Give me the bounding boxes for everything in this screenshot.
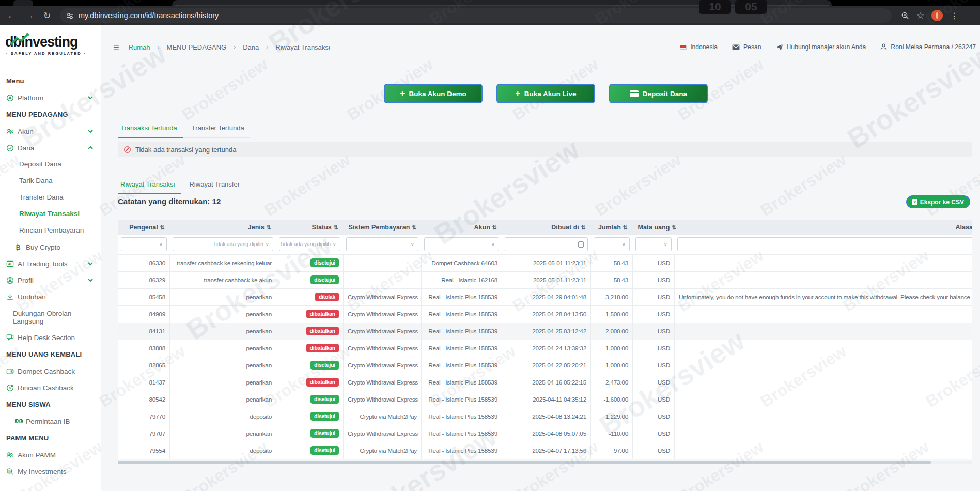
filter-input-dibuat-di[interactable] <box>505 237 588 251</box>
cell-id: 86329 <box>118 271 170 288</box>
messages-link[interactable]: Pesan <box>732 43 761 51</box>
flip-clock-hours: 10 <box>699 0 731 14</box>
bookmark-icon[interactable]: ☆ <box>916 10 924 21</box>
breadcrumb-item[interactable]: MENU PEDAGANG <box>167 43 227 51</box>
sidebar-subitem-riwayat-transaksi[interactable]: Riwayat Transaksi <box>0 206 101 222</box>
profile-avatar[interactable] <box>931 10 943 21</box>
cell-id: 83888 <box>118 340 170 357</box>
cell-id: 79554 <box>118 442 170 459</box>
sidebar-subitem-transfer-dana[interactable]: Transfer Dana <box>0 189 101 206</box>
svg-text:$: $ <box>9 386 11 390</box>
column-header-jumlah[interactable]: Jumlah ⇅ <box>591 220 633 235</box>
status-badge: dibatalkan <box>306 327 339 336</box>
open-live-account-button[interactable]: +Buka Akun Live <box>496 84 595 103</box>
cell-akun: Real - Islamic Plus 158539 <box>422 442 502 459</box>
contact-manager-link[interactable]: Hubungi manajer akun Anda <box>776 43 866 51</box>
zoom-icon[interactable] <box>901 11 909 20</box>
filter-input-akun[interactable]: ∨ <box>424 237 499 251</box>
hamburger-icon[interactable]: ≡ <box>113 41 119 53</box>
sidebar-item-ai-trading-tools[interactable]: AIAI Trading Tools <box>0 255 101 272</box>
sidebar-item-permintaan-ib[interactable]: Permintaan IB <box>0 413 101 429</box>
cell-sistem: Crypto Withdrawal Express <box>344 391 422 408</box>
sidebar-item-label: Help Desk Section <box>18 334 75 342</box>
filter-input-alasan[interactable] <box>677 237 973 251</box>
open-demo-account-button[interactable]: +Buka Akun Demo <box>384 84 483 103</box>
sidebar-item-label: Permintaan IB <box>26 418 70 425</box>
column-header-dibuat-di[interactable]: Dibuat di ⇅ <box>502 220 591 235</box>
sidebar-subitem-tarik-dana[interactable]: Tarik Dana <box>0 173 101 189</box>
cell-jenis: transfer cashback ke akun <box>170 271 276 288</box>
cell-jumlah: -3,218.00 <box>591 288 633 305</box>
flip-clock-overlay: 10 05 <box>699 0 767 14</box>
tab-pending-transactions[interactable]: Transaksi Tertunda <box>118 119 183 138</box>
tab-transfer-history[interactable]: Riwayat Transfer <box>181 176 245 194</box>
envelope-icon <box>732 44 740 50</box>
tab-pending-transfers[interactable]: Transfer Tertunda <box>183 119 250 137</box>
sidebar-item-label: Akun PAMM <box>18 451 56 459</box>
export-csv-button[interactable]: xEkspor ke CSV <box>906 195 970 208</box>
filter-input-pengenal[interactable]: ∨ <box>121 237 167 251</box>
filter-input-mata-uang[interactable]: ∨ <box>635 237 672 251</box>
column-header-status[interactable]: Status ⇅ <box>276 220 344 235</box>
sidebar-item-dana[interactable]: Dana <box>0 140 101 156</box>
reload-icon[interactable]: ↻ <box>38 10 56 21</box>
sidebar-item-dukungan-obrolan-langsung[interactable]: Dukungan Obrolan Langsung <box>0 305 101 329</box>
column-header-mata-uang[interactable]: Mata uang ⇅ <box>633 220 675 235</box>
filter-input-sistem-pembayaran[interactable]: ∨ <box>346 237 418 251</box>
column-header-pengenal[interactable]: Pengenal ⇅ <box>118 220 170 235</box>
filter-input-jumlah[interactable]: ∨ <box>594 237 630 251</box>
language-selector[interactable]: Indonesia <box>680 43 718 51</box>
cell-akun: Real - Islamic Plus 158539 <box>422 425 502 442</box>
sidebar-item-platform[interactable]: Platform <box>0 89 101 106</box>
sidebar-item-akun-pamm[interactable]: Akun PAMM <box>0 447 101 463</box>
sidebar-item-unduhan[interactable]: Unduhan <box>0 288 101 305</box>
chevron-up-icon <box>87 144 94 151</box>
cell-akun: Real - Islamic Plus 158539 <box>422 323 502 340</box>
site-settings-icon[interactable] <box>66 12 74 20</box>
chevron-down-icon <box>87 94 94 101</box>
sidebar-item-rincian-cashback[interactable]: $Rincian Cashback <box>0 379 101 396</box>
logo[interactable]: dbinvesting · SAFELY AND REGULATED · <box>0 25 101 59</box>
cell-mata-uang: USD <box>633 391 675 408</box>
user-menu[interactable]: Roni Meisa Permana / 263247 <box>880 43 976 51</box>
column-header-akun[interactable]: Akun ⇅ <box>422 220 502 235</box>
horizontal-scrollbar[interactable] <box>118 461 972 464</box>
cell-alasan <box>675 357 973 374</box>
cell-sistem: Crypto Withdrawal Express <box>344 425 422 442</box>
sidebar-item-help-desk-section[interactable]: Help Desk Section <box>0 329 101 346</box>
back-icon[interactable]: ← <box>3 10 21 21</box>
tab-transaction-history[interactable]: Riwayat Transaksi <box>118 176 181 194</box>
breadcrumb-item[interactable]: Riwayat Transaksi <box>275 43 330 51</box>
sort-icon: ⇅ <box>672 224 676 231</box>
cell-alasan <box>675 271 973 288</box>
chevron-down-icon <box>87 260 94 267</box>
cell-id: 82865 <box>118 357 170 374</box>
sidebar-item-my-investments[interactable]: $My Investments <box>0 463 101 480</box>
sidebar-subitem-rincian-pembayaran[interactable]: Rincian Pembayaran <box>0 222 101 239</box>
table-row: 86330transfer cashback ke rekening kelua… <box>118 254 973 271</box>
breadcrumb-home[interactable]: Rumah <box>129 43 150 51</box>
deposit-funds-button[interactable]: Deposit Dana <box>609 84 708 103</box>
cell-dibuat: 2025-04-24 13:39:32 <box>502 340 591 357</box>
sidebar-item-buy-crypto[interactable]: BBuy Crypto <box>0 239 101 255</box>
table-row: 79554depositodisetujuiCrypto via Match2P… <box>118 442 973 459</box>
browser-chrome: 10 05 ← → ↻ my.dbinvesting.com/id/transa… <box>0 0 980 25</box>
cell-sistem: Crypto Withdrawal Express <box>344 305 422 323</box>
sidebar-subitem-deposit-dana[interactable]: Deposit Dana <box>0 156 101 173</box>
forward-icon[interactable]: → <box>21 10 38 21</box>
cell-status: disetujui <box>276 425 344 442</box>
column-header-jenis[interactable]: Jenis ⇅ <box>170 220 276 235</box>
scrollbar-thumb[interactable] <box>118 461 931 464</box>
filter-input-jenis[interactable]: Tidak ada yang dipilih ∨ <box>173 237 273 251</box>
sidebar-item-akun[interactable]: Akun <box>0 123 101 140</box>
sidebar-item-dompet-cashback[interactable]: Dompet Cashback <box>0 363 101 379</box>
menu-icon[interactable]: ⋮ <box>950 11 958 21</box>
cell-dibuat: 2025-05-01 11:23:11 <box>502 254 591 271</box>
breadcrumb-item[interactable]: Dana <box>243 43 259 51</box>
cell-jumlah: -2,473.00 <box>591 374 633 391</box>
filter-input-status[interactable]: Tidak ada yang dipilih ∨ <box>279 237 340 251</box>
cell-status: disetujui <box>276 254 344 271</box>
column-header-sistem-pembayaran[interactable]: Sistem Pembayaran ⇅ <box>344 220 422 235</box>
sidebar-item-profil[interactable]: Profil <box>0 272 101 288</box>
column-header-alasan[interactable]: Alasan <box>675 220 973 235</box>
